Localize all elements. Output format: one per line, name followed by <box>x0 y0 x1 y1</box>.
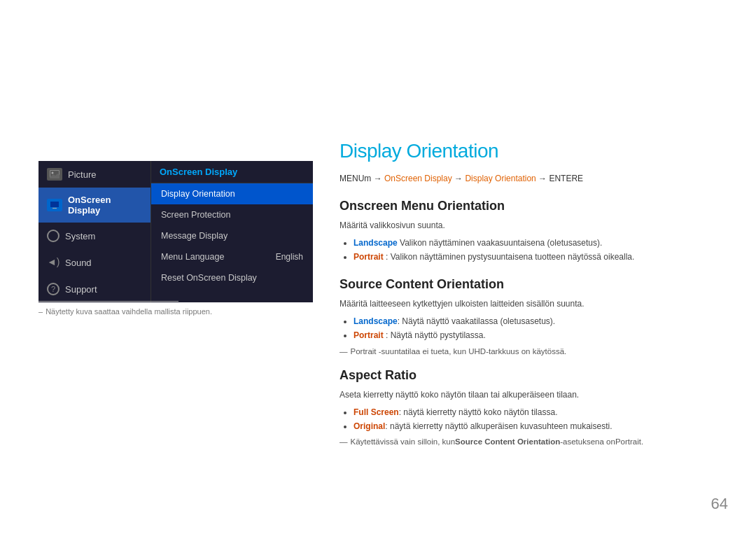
portrait-label-1: Portrait <box>354 252 384 262</box>
aspect-bullet-2: Original: näytä kierretty näyttö alkuper… <box>354 419 735 433</box>
source-bullet-2-text: : Näytä näyttö pystytilassa. <box>384 330 486 340</box>
sidebar-label-support: Support <box>65 284 97 295</box>
aspect-bullet-1: Full Screen: näytä kierretty näyttö koko… <box>354 405 735 419</box>
aspect-bullet-1-text: : näytä kierretty näyttö koko näytön til… <box>399 407 558 417</box>
breadcrumb-part1: OnScreen Display <box>384 174 452 183</box>
section-desc-aspect: Aseta kierretty näyttö koko näytön tilaa… <box>340 388 735 401</box>
submenu-header: OnScreen Display <box>151 161 313 183</box>
onscreen-bullet-2: Portrait : Valikon näyttäminen pystysuun… <box>354 250 735 264</box>
aspect-note: Käytettävissä vain silloin, kun Source C… <box>340 437 735 446</box>
sidebar: Picture OnScreen Display System ◄) Sound… <box>38 161 150 302</box>
aspect-note-prefix: Käytettävissä vain silloin, kun <box>351 437 456 446</box>
source-bullets: Landscape: Näytä näyttö vaakatilassa (ol… <box>354 314 735 343</box>
sidebar-label-picture: Picture <box>68 169 96 180</box>
svg-point-2 <box>52 172 54 174</box>
sidebar-item-sound[interactable]: ◄) Sound <box>38 249 150 276</box>
submenu-item-menu-language[interactable]: Menu Language English <box>151 246 313 267</box>
section-title-onscreen: Onscreen Menu Orientation <box>340 199 735 213</box>
menu-panel: Picture OnScreen Display System ◄) Sound… <box>38 161 313 302</box>
page-number: 64 <box>711 495 728 513</box>
section-aspect-ratio: Aspect Ratio Aseta kierretty näyttö koko… <box>340 368 735 447</box>
bottom-note: Näytetty kuva saattaa vaihdella mallista… <box>38 307 284 316</box>
svg-rect-4 <box>50 202 59 207</box>
sound-icon: ◄) <box>47 256 59 269</box>
bottom-note-area: Näytetty kuva saattaa vaihdella mallista… <box>38 301 284 316</box>
sidebar-item-support[interactable]: ? Support <box>38 276 150 302</box>
onscreen-bullet-2-text: : Valikon näyttäminen pystysuuntaisena t… <box>384 252 635 262</box>
landscape-label-1: Landscape <box>354 238 398 248</box>
source-content-link: Source Content Orientation <box>455 437 560 446</box>
svg-rect-5 <box>52 208 57 209</box>
submenu-item-reset-onscreen[interactable]: Reset OnScreen Display <box>151 267 313 288</box>
portrait-label-2: Portrait <box>354 330 384 340</box>
full-screen-label: Full Screen <box>354 407 399 417</box>
portrait-link: Portrait <box>615 437 641 446</box>
content-area: Display Orientation MENUm → OnScreen Dis… <box>340 140 735 458</box>
sidebar-label-onscreen: OnScreen Display <box>68 195 142 216</box>
sidebar-label-system: System <box>65 231 95 241</box>
aspect-note-suffix: . <box>641 437 643 446</box>
sidebar-item-picture[interactable]: Picture <box>38 161 150 188</box>
section-source-content: Source Content Orientation Määritä laitt… <box>340 277 735 356</box>
submenu-item-display-orientation[interactable]: Display Orientation <box>151 183 313 204</box>
breadcrumb: MENUm → OnScreen Display → Display Orien… <box>340 174 735 183</box>
aspect-bullet-2-text: : näytä kierretty näyttö alkuperäisen ku… <box>385 421 612 431</box>
section-desc-onscreen: Määritä valikkosivun suunta. <box>340 219 735 232</box>
breadcrumb-arrow2: → ENTERE <box>536 174 583 183</box>
page-title: Display Orientation <box>340 140 735 162</box>
submenu-item-screen-protection[interactable]: Screen Protection <box>151 204 313 225</box>
onscreen-icon <box>47 199 62 211</box>
breadcrumb-part2: Display Orientation <box>465 174 536 183</box>
onscreen-bullet-1-text: Valikon näyttäminen vaakasuuntaisena (ol… <box>398 238 603 248</box>
picture-icon <box>47 168 62 181</box>
breadcrumb-prefix: MENUm → <box>340 174 384 183</box>
sidebar-label-sound: Sound <box>65 258 92 268</box>
original-label: Original <box>354 421 385 431</box>
onscreen-bullets: Landscape Valikon näyttäminen vaakasuunt… <box>354 236 735 265</box>
section-desc-source: Määritä laitteeseen kytkettyjen ulkoiste… <box>340 297 735 310</box>
question-icon: ? <box>47 283 59 295</box>
breadcrumb-arrow1: → <box>452 174 465 183</box>
source-bullet-1-text: : Näytä näyttö vaakatilassa (oletusasetu… <box>398 316 555 326</box>
aspect-bullets: Full Screen: näytä kierretty näyttö koko… <box>354 405 735 434</box>
source-bullet-2: Portrait : Näytä näyttö pystytilassa. <box>354 328 735 342</box>
submenu-panel: OnScreen Display Display Orientation Scr… <box>150 161 313 302</box>
sidebar-item-system[interactable]: System <box>38 223 150 249</box>
section-onscreen-menu: Onscreen Menu Orientation Määritä valikk… <box>340 199 735 265</box>
source-note: Portrait -suuntatilaa ei tueta, kun UHD-… <box>340 347 735 356</box>
sidebar-item-onscreen[interactable]: OnScreen Display <box>38 188 150 223</box>
divider <box>38 301 178 302</box>
aspect-note-middle: -asetuksena on <box>560 437 615 446</box>
section-title-aspect: Aspect Ratio <box>340 368 735 383</box>
submenu-item-message-display[interactable]: Message Display <box>151 225 313 246</box>
section-title-source: Source Content Orientation <box>340 277 735 292</box>
gear-icon <box>47 230 59 242</box>
landscape-label-2: Landscape <box>354 316 398 326</box>
source-bullet-1: Landscape: Näytä näyttö vaakatilassa (ol… <box>354 314 735 328</box>
onscreen-bullet-1: Landscape Valikon näyttäminen vaakasuunt… <box>354 236 735 250</box>
